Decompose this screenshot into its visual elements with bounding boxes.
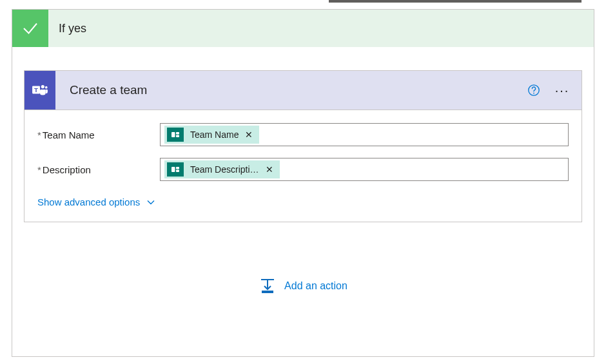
field-label: * Team Name — [37, 129, 160, 140]
svg-rect-13 — [176, 170, 179, 173]
svg-point-5 — [533, 93, 534, 94]
show-advanced-options-link[interactable]: Show advanced options — [37, 196, 155, 207]
condition-branch-label: If yes — [48, 10, 86, 47]
forms-icon — [167, 128, 184, 142]
token-label: Team Name — [190, 129, 239, 140]
svg-point-4 — [529, 85, 539, 95]
advanced-options-label: Show advanced options — [37, 196, 140, 207]
insert-step-icon — [259, 278, 277, 294]
field-row-team-name: * Team Name — [37, 123, 569, 146]
checkmark-icon — [12, 10, 48, 47]
svg-text:T: T — [34, 86, 38, 93]
chevron-down-icon — [146, 198, 155, 207]
field-label-text: Description — [43, 164, 91, 175]
help-icon[interactable] — [527, 84, 540, 97]
action-card-body: * Team Name — [24, 110, 582, 222]
svg-rect-11 — [171, 167, 175, 172]
svg-rect-12 — [176, 167, 179, 169]
svg-point-2 — [41, 85, 44, 88]
required-star: * — [37, 164, 41, 175]
field-label: * Description — [37, 164, 160, 175]
token-label: Team Descripti… — [190, 164, 259, 175]
dynamic-content-token[interactable]: Team Name ✕ — [164, 126, 259, 144]
add-action-button[interactable]: Add an action — [24, 278, 582, 294]
action-title: Create a team — [55, 83, 527, 97]
description-input[interactable]: Team Descripti… ✕ — [160, 158, 569, 181]
more-options-button[interactable]: ··· — [553, 84, 571, 97]
svg-point-3 — [45, 86, 48, 89]
token-remove-button[interactable]: ✕ — [266, 164, 273, 175]
required-star: * — [37, 129, 41, 140]
condition-branch-header[interactable]: If yes — [12, 10, 594, 47]
if-yes-container: If yes T Create a — [12, 9, 594, 357]
token-remove-button[interactable]: ✕ — [245, 129, 253, 140]
action-header-controls: ··· — [527, 84, 582, 97]
team-name-input[interactable]: Team Name ✕ — [160, 123, 569, 146]
dynamic-content-token[interactable]: Team Descripti… ✕ — [164, 160, 280, 178]
flow-designer-canvas: If yes T Create a — [0, 0, 606, 364]
forms-icon — [167, 162, 184, 177]
action-card-create-team: T Create a team — [24, 70, 582, 222]
condition-branch-body: T Create a team — [12, 47, 594, 294]
svg-rect-8 — [176, 132, 179, 135]
add-action-label: Add an action — [284, 280, 347, 292]
action-card-header[interactable]: T Create a team — [24, 71, 582, 110]
top-toolbar-stub — [329, 0, 582, 3]
field-label-text: Team Name — [43, 129, 95, 140]
field-row-description: * Description — [37, 158, 569, 181]
svg-rect-7 — [171, 132, 175, 137]
svg-rect-9 — [176, 135, 179, 138]
teams-icon: T — [24, 71, 55, 110]
svg-rect-16 — [262, 291, 273, 293]
